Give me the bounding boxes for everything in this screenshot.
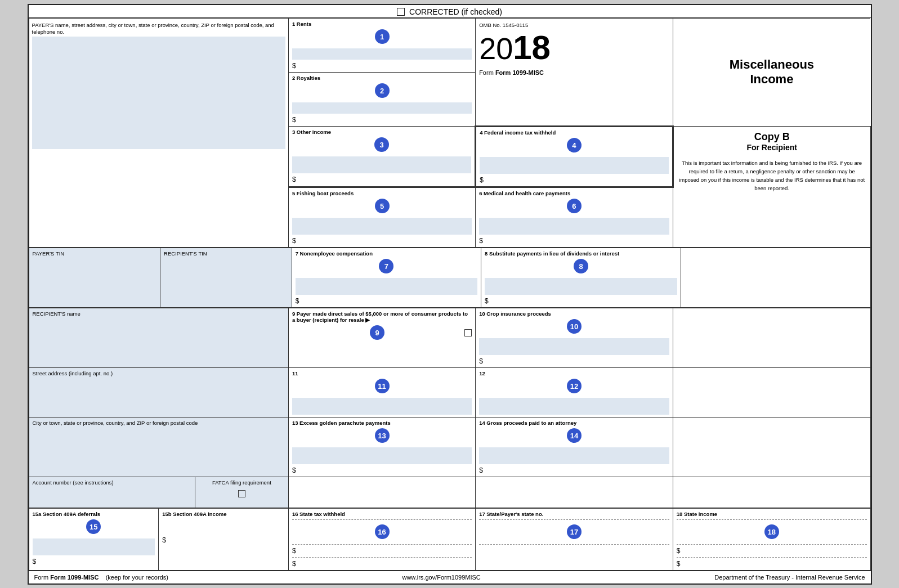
form-number: Form Form 1099-MISC xyxy=(479,69,669,76)
recipient-tin-cell: RECIPIENT'S TIN xyxy=(160,248,292,307)
footer-left: Form Form 1099-MISC (keep for your recor… xyxy=(34,574,168,581)
box5-badge-container: 5 xyxy=(292,196,472,216)
box15b-cell: 15b Section 409A income $ xyxy=(159,508,289,570)
box7-input[interactable] xyxy=(296,278,477,295)
corrected-label: CORRECTED (if checked) xyxy=(409,7,502,16)
box7-badge-container: 7 xyxy=(296,257,477,276)
account-row: Account number (see instructions) FATCA … xyxy=(29,477,870,508)
box9-cell: 9 Payer made direct sales of $5,000 or m… xyxy=(288,308,475,367)
box8-input[interactable] xyxy=(485,278,677,295)
box14-input[interactable] xyxy=(479,447,669,464)
box18-badge: 18 xyxy=(764,524,779,539)
box10-cell: 10 Crop insurance proceeds 10 $ xyxy=(476,308,673,367)
box7-label: 7 Nonemployee compensation xyxy=(296,250,477,257)
street-address-label: Street address (including apt. no.) xyxy=(33,370,285,376)
box12-badge: 12 xyxy=(567,379,582,393)
fatca-cell: FATCA filing requirement xyxy=(195,477,288,508)
box14-label: 14 Gross proceeds paid to an attorney xyxy=(479,420,669,426)
box3-dollar: $ xyxy=(292,176,471,183)
box13-cell: 13 Excess golden parachute payments 13 $ xyxy=(288,417,475,477)
box11-input[interactable] xyxy=(292,398,472,415)
box10-dollar: $ xyxy=(479,357,669,365)
recipient-tin-label: RECIPIENT'S TIN xyxy=(164,250,288,257)
box13-input[interactable] xyxy=(292,447,472,464)
fatca-checkbox[interactable] xyxy=(238,490,245,497)
box4-cell: 4 Federal income tax withheld 4 $ xyxy=(476,126,673,187)
box1-label: 1 Rents xyxy=(292,21,472,27)
box10-input[interactable] xyxy=(479,338,669,355)
box3-label: 3 Other income xyxy=(292,129,471,135)
box4-dollar: $ xyxy=(480,176,669,184)
footer: Form Form 1099-MISC (keep for your recor… xyxy=(29,571,871,583)
box3-cell: 3 Other income 3 $ xyxy=(288,126,475,187)
box16-badge-container: 16 xyxy=(292,522,472,542)
street-address-input[interactable] xyxy=(33,376,285,393)
box4-input[interactable] xyxy=(480,157,669,174)
payer-name-cell: PAYER'S name, street address, city or to… xyxy=(29,18,288,247)
box18-cell: 18 State income 18 $ $ xyxy=(673,508,870,570)
box2-input[interactable] xyxy=(292,102,472,114)
copy-b-title: Copy B xyxy=(678,131,866,143)
city-cell: City or town, state or province, country… xyxy=(29,417,288,477)
box3-input[interactable] xyxy=(292,156,471,173)
box12-input[interactable] xyxy=(479,398,669,415)
recipient-name-input[interactable] xyxy=(33,317,285,336)
box6-cell: 6 Medical and health care payments 6 $ xyxy=(476,187,673,247)
box1-cell: 1 Rents 1 $ xyxy=(288,18,475,72)
form-1099-misc: CORRECTED (if checked) PAYER'S name, str… xyxy=(28,4,872,585)
box2-dollar: $ xyxy=(292,116,472,124)
box2-badge: 2 xyxy=(375,83,390,98)
right-filler xyxy=(673,308,870,367)
misc-income-line2: Income xyxy=(679,72,865,87)
payer-name-input[interactable] xyxy=(32,37,285,149)
right-filler4 xyxy=(673,477,870,508)
fatca-label: FATCA filing requirement xyxy=(199,479,285,486)
box6-input[interactable] xyxy=(479,218,669,235)
box10-badge: 10 xyxy=(567,319,582,334)
box5-input[interactable] xyxy=(292,218,472,235)
city-row: City or town, state or province, country… xyxy=(29,417,870,477)
box15b-input[interactable] xyxy=(162,517,285,534)
important-text: This is important tax information and is… xyxy=(678,159,866,193)
box10-label: 10 Crop insurance proceeds xyxy=(479,311,669,317)
box4-badge: 4 xyxy=(567,138,582,152)
footer-center: www.irs.gov/Form1099MISC xyxy=(402,574,480,581)
box17-cell: 17 State/Payer's state no. 17 xyxy=(476,508,673,570)
street-row: Street address (including apt. no.) 11 1… xyxy=(29,367,870,417)
box18-dollar: $ xyxy=(677,547,867,555)
box15a-cell: 15a Section 409A deferrals 15 $ xyxy=(29,508,159,570)
state-row-labels: 15a Section 409A deferrals 15 $ 15b Sect… xyxy=(29,508,870,570)
box14-dollar: $ xyxy=(479,466,669,474)
omb-label: OMB No. 1545-0115 xyxy=(479,22,669,28)
right-filler3 xyxy=(673,417,870,477)
box4-badge-container: 4 xyxy=(480,136,669,155)
recipient-table: RECIPIENT'S name 9 Payer made direct sal… xyxy=(29,308,871,508)
right-filler2 xyxy=(673,367,870,417)
box15a-input[interactable] xyxy=(33,538,155,555)
box7-badge: 7 xyxy=(379,259,393,273)
box11-badge-container: 11 xyxy=(292,376,472,396)
box2-cell: 2 Royalties 2 $ xyxy=(288,72,475,126)
box15-badge: 15 xyxy=(86,519,101,534)
account-number-cell: Account number (see instructions) xyxy=(29,477,195,508)
payer-tin-input[interactable] xyxy=(33,257,157,279)
recipient-tin-input[interactable] xyxy=(164,257,288,279)
corrected-checkbox[interactable] xyxy=(397,8,405,16)
city-input[interactable] xyxy=(33,426,285,446)
box1-dollar: $ xyxy=(292,62,472,70)
box6-badge: 6 xyxy=(567,199,582,213)
account-number-input[interactable] xyxy=(33,486,191,505)
box8-label: 8 Substitute payments in lieu of dividen… xyxy=(485,250,677,257)
box3-badge: 3 xyxy=(374,137,389,152)
misc-income-line1: Miscellaneous xyxy=(679,57,865,72)
box1-input[interactable] xyxy=(292,48,472,60)
box13-dollar: $ xyxy=(292,466,472,474)
box16-dollar2: $ xyxy=(292,560,472,568)
box15-badge-container: 15 xyxy=(33,517,155,537)
box13-label: 13 Excess golden parachute payments xyxy=(292,420,472,426)
box13-badge-container: 13 xyxy=(292,426,472,446)
box7-cell: 7 Nonemployee compensation 7 $ xyxy=(292,248,481,307)
box5-dollar: $ xyxy=(292,237,472,245)
box15a-label: 15a Section 409A deferrals xyxy=(33,511,155,517)
box9-checkbox[interactable] xyxy=(464,329,472,336)
